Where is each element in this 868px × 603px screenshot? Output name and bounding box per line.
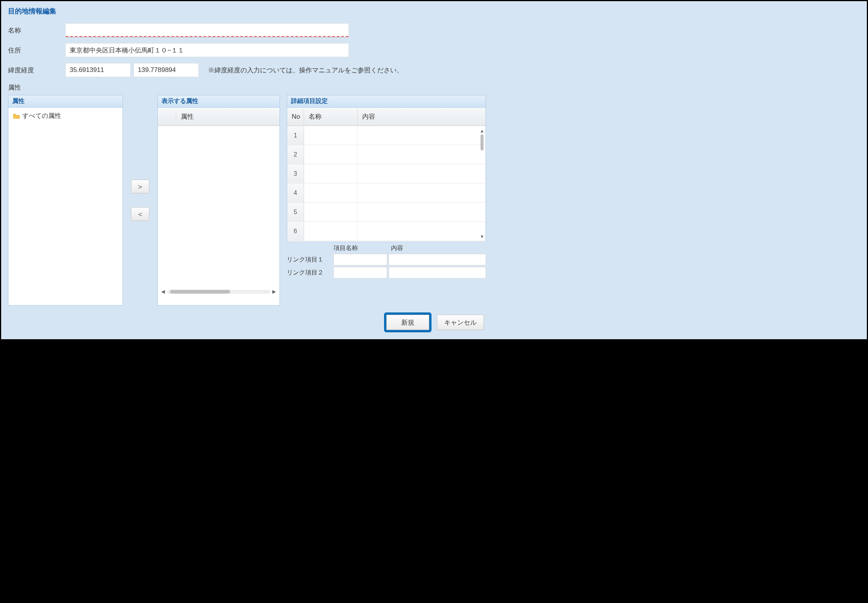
row-no: 5	[287, 203, 304, 221]
table-row[interactable]: 3	[287, 164, 485, 183]
panel-attr-tree: 属性 すべての属性	[8, 95, 123, 306]
hscroll-track	[167, 290, 270, 294]
label-name: 名称	[8, 26, 65, 35]
primary-highlight: 新規	[384, 312, 432, 332]
detail-col-no: No	[287, 109, 304, 124]
row-name-cell[interactable]	[304, 222, 358, 240]
link2-name-input[interactable]	[333, 267, 387, 278]
hscroll-thumb[interactable]	[170, 290, 230, 294]
destination-edit-dialog: 目的地情報編集 名称 住所 緯度経度 ※緯度経度の入力については、操作マニュアル…	[1, 1, 867, 339]
table-row[interactable]: 6	[287, 222, 485, 241]
vscroll-thumb[interactable]	[481, 134, 484, 150]
row-name: 名称	[8, 23, 860, 37]
attr-tree: すべての属性	[8, 108, 123, 124]
link1-name-input[interactable]	[333, 254, 387, 265]
table-row[interactable]: 4	[287, 183, 485, 203]
cancel-button[interactable]: キャンセル	[437, 315, 484, 330]
row-content-cell[interactable]	[358, 126, 485, 145]
detail-table: No 名称 内容 1 2	[287, 108, 485, 242]
panel-display-attr-header: 表示する属性	[158, 95, 280, 108]
row-no: 6	[287, 222, 304, 240]
detail-col-content: 内容	[358, 108, 485, 125]
detail-vscroll[interactable]: ▲ ▼	[479, 128, 485, 239]
row-name-cell[interactable]	[304, 183, 358, 202]
row-content-cell[interactable]	[358, 164, 485, 183]
new-button[interactable]: 新規	[386, 315, 429, 330]
row-content-cell[interactable]	[358, 222, 485, 240]
link-headers: 項目名称 内容	[287, 244, 486, 252]
row-content-cell[interactable]	[358, 203, 485, 221]
link-header-name: 項目名称	[333, 244, 391, 252]
attributes-area: 属性 すべての属性 ＞ ＜ 表示する属性 属性 ◄	[8, 95, 860, 306]
panel-display-attr: 表示する属性 属性 ◄ ►	[157, 95, 280, 306]
scroll-left-icon: ◄	[160, 289, 166, 295]
row-content-cell[interactable]	[358, 183, 485, 202]
row-latlon: 緯度経度 ※緯度経度の入力については、操作マニュアルをご参照ください。	[8, 63, 860, 77]
dialog-footer: 新規 キャンセル	[8, 312, 860, 332]
row-no: 3	[287, 164, 304, 183]
panel-attr-tree-header: 属性	[8, 95, 123, 108]
address-input[interactable]	[65, 43, 349, 57]
scroll-right-icon: ►	[271, 289, 277, 295]
label-latlon: 緯度経度	[8, 66, 65, 75]
tree-root-label: すべての属性	[22, 111, 61, 120]
display-attr-grid-header: 属性	[158, 108, 280, 126]
link-header-content: 内容	[391, 244, 486, 252]
row-name-cell[interactable]	[304, 164, 358, 183]
tree-root-item[interactable]: すべての属性	[13, 111, 118, 120]
row-name-cell[interactable]	[304, 203, 358, 221]
folder-icon	[13, 113, 20, 119]
latitude-input[interactable]	[65, 63, 131, 77]
name-input[interactable]	[65, 23, 349, 37]
row-name-cell[interactable]	[304, 145, 358, 164]
row-address: 住所	[8, 43, 860, 57]
right-column: 詳細項目設定 No 名称 内容 1 2	[287, 95, 486, 306]
link2-label: リンク項目２	[287, 269, 333, 277]
row-no: 1	[287, 126, 304, 145]
longitude-input[interactable]	[134, 63, 199, 77]
link1-content-input[interactable]	[389, 254, 486, 265]
link-row-2: リンク項目２	[287, 267, 486, 278]
table-row[interactable]: 5	[287, 203, 485, 222]
link-row-1: リンク項目１	[287, 254, 486, 265]
row-name-cell[interactable]	[304, 126, 358, 145]
detail-rows: 1 2 3	[287, 126, 485, 242]
row-no: 2	[287, 145, 304, 164]
gap	[280, 95, 287, 306]
display-attr-col: 属性	[176, 108, 280, 125]
detail-col-name: 名称	[304, 108, 358, 125]
move-left-button[interactable]: ＜	[131, 207, 149, 221]
table-row[interactable]: 1	[287, 126, 485, 145]
vscroll-track	[481, 134, 484, 233]
display-attr-col-spacer	[158, 113, 176, 121]
row-no: 4	[287, 183, 304, 202]
link2-content-input[interactable]	[389, 267, 486, 278]
panel-detail: 詳細項目設定 No 名称 内容 1 2	[287, 95, 486, 242]
move-right-button[interactable]: ＞	[131, 180, 149, 193]
detail-grid-header: No 名称 内容	[287, 108, 485, 126]
scroll-down-icon: ▼	[479, 234, 485, 239]
link-section: 項目名称 内容 リンク項目１ リンク項目２	[287, 244, 486, 280]
display-attr-hscroll[interactable]: ◄ ►	[160, 288, 277, 295]
link1-label: リンク項目１	[287, 256, 333, 264]
label-address: 住所	[8, 46, 65, 55]
panel-detail-header: 詳細項目設定	[287, 95, 485, 108]
latlon-hint: ※緯度経度の入力については、操作マニュアルをご参照ください。	[208, 66, 403, 75]
scroll-up-icon: ▲	[479, 128, 485, 134]
dialog-title: 目的地情報編集	[8, 7, 860, 16]
display-attr-grid-body: ◄ ►	[158, 126, 280, 297]
table-row[interactable]: 2	[287, 145, 485, 164]
row-content-cell[interactable]	[358, 145, 485, 164]
label-attributes: 属性	[8, 83, 860, 92]
transfer-buttons: ＞ ＜	[123, 95, 157, 306]
